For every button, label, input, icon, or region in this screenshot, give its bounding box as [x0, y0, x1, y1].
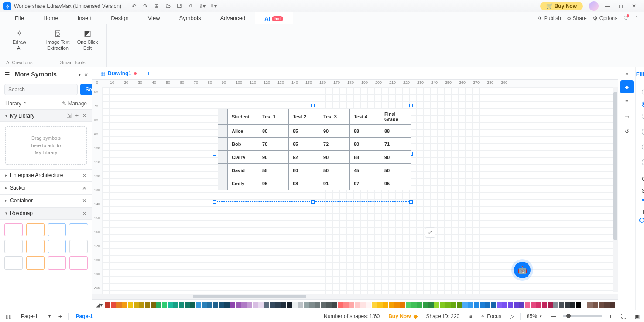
resize-handle[interactable] [213, 104, 216, 107]
fullscreen-button[interactable]: ▣ [630, 313, 644, 319]
export-button[interactable]: ⇪▾ [197, 1, 207, 11]
color-swatch[interactable] [185, 302, 190, 308]
section-enterprise[interactable]: ▸Enterprise Architecture✕ [0, 169, 92, 182]
transparency-slider[interactable] [642, 220, 644, 222]
scrollbar-vertical[interactable] [613, 87, 618, 292]
color-swatch[interactable] [360, 302, 366, 308]
shade-slider[interactable] [642, 199, 644, 201]
doc-tab-drawing1[interactable]: ▦ Drawing1 [95, 67, 142, 79]
hamburger-icon[interactable]: ☰ [4, 71, 11, 78]
color-swatch[interactable] [451, 302, 456, 308]
color-swatch[interactable] [474, 302, 479, 308]
menu-view[interactable]: View [138, 12, 170, 24]
canvas[interactable]: StudentTest 1Test 2Test 3Test 4Final Gra… [102, 87, 618, 294]
minimize-button[interactable]: — [601, 0, 614, 12]
resize-handle[interactable] [409, 200, 413, 204]
image-text-button[interactable]: ⌼ Image Text Extraction [45, 27, 71, 52]
open-button[interactable]: 🗁 [163, 1, 173, 11]
section-container[interactable]: ▸Container✕ [0, 194, 92, 207]
color-swatch[interactable] [168, 302, 173, 308]
dropdown-caret-icon[interactable]: ▾ [79, 72, 81, 77]
color-swatch[interactable] [445, 302, 451, 308]
color-swatch[interactable] [190, 302, 195, 308]
color-swatch[interactable] [400, 302, 405, 308]
color-swatch[interactable] [593, 302, 598, 308]
color-swatch[interactable] [321, 302, 326, 308]
color-swatch[interactable] [565, 302, 570, 308]
symbol-thumb[interactable] [26, 240, 45, 253]
present-button[interactable]: ▷ [506, 313, 518, 319]
save-button[interactable]: 🖫 [175, 1, 184, 11]
color-swatch[interactable] [610, 302, 615, 308]
fill-tool-icon[interactable]: ◢▾ [95, 302, 103, 308]
color-swatch[interactable] [219, 302, 224, 308]
color-swatch[interactable] [468, 302, 473, 308]
color-swatch[interactable] [343, 302, 349, 308]
section-actions[interactable]: ⇲+✕ [67, 112, 87, 119]
color-swatch[interactable] [366, 302, 371, 308]
menu-file[interactable]: File [5, 12, 34, 24]
symbol-thumb[interactable] [4, 256, 23, 270]
color-swatch[interactable] [111, 302, 116, 308]
color-swatch[interactable] [485, 302, 490, 308]
library-collapse-icon[interactable]: ⌃ [23, 101, 27, 106]
resize-handle[interactable] [213, 152, 216, 156]
redo-button[interactable]: ↷ [140, 1, 150, 11]
color-swatch[interactable] [151, 302, 156, 308]
fit-button[interactable]: ⛶ [617, 313, 630, 319]
symbol-thumb[interactable] [4, 240, 23, 253]
color-swatch[interactable] [457, 302, 462, 308]
symbol-thumb[interactable] [26, 256, 45, 270]
color-swatch[interactable] [281, 302, 286, 308]
color-swatch[interactable] [519, 302, 524, 308]
color-swatch[interactable] [236, 302, 241, 308]
symbol-thumb[interactable] [48, 223, 66, 236]
library-label[interactable]: Library [5, 100, 21, 107]
color-swatch[interactable] [377, 302, 383, 308]
color-swatch[interactable] [338, 302, 343, 308]
menu-home[interactable]: Home [34, 12, 68, 24]
radio-gradient-fill[interactable]: Gradient fill [642, 110, 644, 122]
radio-no-fill[interactable]: No fill [642, 86, 644, 98]
color-swatch[interactable] [304, 302, 309, 308]
color-swatch[interactable] [264, 302, 269, 308]
close-section-icon[interactable]: ✕ [82, 185, 87, 191]
export-lib-icon[interactable]: ⇲ [67, 112, 72, 119]
color-swatch[interactable] [531, 302, 536, 308]
color-swatch[interactable] [480, 302, 485, 308]
color-swatch[interactable] [332, 302, 337, 308]
close-section-icon[interactable]: ✕ [82, 172, 87, 179]
color-swatch[interactable] [292, 302, 298, 308]
color-swatch[interactable] [156, 302, 161, 308]
menu-design[interactable]: Design [101, 12, 138, 24]
menu-insert[interactable]: Insert [68, 12, 102, 24]
color-swatch[interactable] [207, 302, 212, 308]
color-swatch[interactable] [394, 302, 400, 308]
expand-panel-button[interactable]: » [625, 70, 629, 77]
color-swatch[interactable] [383, 302, 388, 308]
color-swatch[interactable] [434, 302, 439, 308]
color-swatch[interactable] [134, 302, 139, 308]
color-swatch[interactable] [423, 302, 428, 308]
color-swatch[interactable] [173, 302, 178, 308]
resize-handle[interactable] [213, 200, 216, 204]
color-swatch[interactable] [202, 302, 207, 308]
color-swatch[interactable] [525, 302, 530, 308]
color-swatch[interactable] [587, 302, 593, 308]
close-section-icon[interactable]: ✕ [82, 210, 87, 217]
color-swatch[interactable] [213, 302, 218, 308]
add-tab-button[interactable]: + [142, 67, 155, 79]
color-swatch[interactable] [542, 302, 547, 308]
color-swatch[interactable] [417, 302, 422, 308]
symbol-thumb[interactable] [69, 256, 88, 270]
color-swatch[interactable] [349, 302, 354, 308]
symbol-thumb[interactable] [48, 256, 66, 270]
color-swatch[interactable] [411, 302, 417, 308]
color-swatch[interactable] [428, 302, 434, 308]
color-swatch[interactable] [309, 302, 315, 308]
tab-fill[interactable]: Fill [636, 71, 644, 77]
color-swatch[interactable] [139, 302, 144, 308]
color-swatch[interactable] [230, 302, 235, 308]
menu-ai[interactable]: AIhot [255, 12, 293, 24]
color-swatch[interactable] [196, 302, 201, 308]
